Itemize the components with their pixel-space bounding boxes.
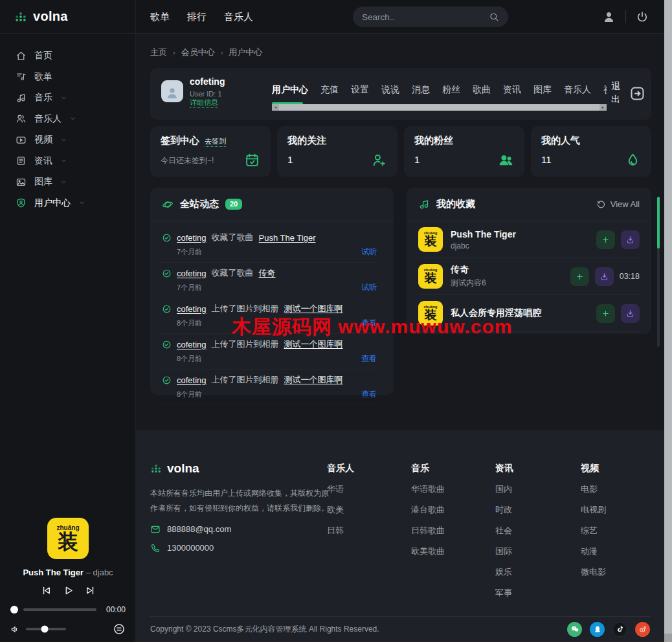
- tiktok-icon[interactable]: [612, 622, 627, 637]
- download-button[interactable]: [621, 304, 640, 323]
- sidebar-item[interactable]: 视频: [16, 129, 135, 151]
- activity-preview-link[interactable]: 试听: [361, 282, 377, 293]
- album-art[interactable]: zhuāng 装: [418, 264, 443, 289]
- add-to-playlist-button[interactable]: [596, 304, 615, 323]
- footer-link[interactable]: 军事: [495, 587, 513, 599]
- activity-user-link[interactable]: cofeting: [177, 340, 207, 349]
- activity-preview-link[interactable]: 查看: [361, 353, 377, 364]
- footer-link[interactable]: 欧美歌曲: [411, 546, 445, 557]
- nav-link[interactable]: 歌单: [150, 11, 170, 23]
- footer-link[interactable]: 综艺: [581, 525, 606, 537]
- qq-icon[interactable]: [590, 622, 605, 637]
- progress-track[interactable]: [23, 608, 96, 611]
- weibo-icon[interactable]: [635, 622, 650, 637]
- logout-label[interactable]: 退出: [611, 80, 621, 105]
- profile-tab[interactable]: 消息: [412, 84, 430, 96]
- footer-link[interactable]: 日韩: [327, 525, 354, 537]
- profile-tab[interactable]: 图库: [533, 84, 552, 96]
- tabs-scrollbar[interactable]: ◂ ▸: [272, 104, 607, 111]
- activity-target-link[interactable]: 测试一个图库啊: [284, 374, 343, 386]
- account-icon[interactable]: [602, 10, 616, 24]
- logout-icon[interactable]: [629, 85, 646, 102]
- footer-link[interactable]: 国内: [495, 483, 513, 495]
- profile-tab[interactable]: 设置: [351, 84, 369, 96]
- activity-time: 8个月前: [177, 354, 202, 364]
- album-art[interactable]: zhuāng 装: [418, 227, 443, 252]
- profile-tab[interactable]: 资讯: [503, 84, 521, 96]
- scroll-left-arrow[interactable]: ◂: [272, 104, 279, 111]
- sidebar-item[interactable]: 首页: [16, 45, 135, 67]
- profile-tab[interactable]: 视频: [603, 84, 607, 96]
- volume-slider[interactable]: [26, 628, 66, 630]
- add-to-playlist-button[interactable]: [570, 267, 589, 286]
- profile-tab[interactable]: 说说: [381, 84, 399, 96]
- previous-track-button[interactable]: [40, 584, 52, 597]
- playlist-toggle-button[interactable]: [113, 623, 126, 636]
- sidebar-item[interactable]: 歌单: [16, 67, 135, 88]
- activity-user-link[interactable]: cofeting: [177, 304, 207, 314]
- feed-scrollbar-thumb[interactable]: [657, 197, 660, 249]
- download-button[interactable]: [595, 267, 614, 286]
- breadcrumb-home[interactable]: 主页: [150, 47, 167, 58]
- profile-tab[interactable]: 音乐人: [564, 84, 591, 96]
- volume-icon[interactable]: [10, 624, 21, 635]
- scroll-right-arrow[interactable]: ▸: [599, 104, 607, 111]
- sidebar-item-label: 歌单: [34, 71, 52, 83]
- download-icon: [625, 235, 635, 245]
- footer-link[interactable]: 电视剧: [581, 504, 606, 516]
- page-scrollbar[interactable]: [664, 0, 672, 642]
- footer-brand[interactable]: volna: [150, 461, 330, 476]
- next-track-button[interactable]: [84, 584, 96, 597]
- play-button[interactable]: [62, 584, 74, 597]
- footer-link[interactable]: 社会: [495, 525, 513, 537]
- footer-link[interactable]: 日韩歌曲: [411, 525, 445, 537]
- activity-target-link[interactable]: 传奇: [259, 267, 276, 279]
- profile-tab[interactable]: 粉丝: [442, 84, 460, 96]
- footer-link[interactable]: 时政: [495, 504, 513, 516]
- nav-link[interactable]: 排行: [187, 11, 207, 23]
- song-title[interactable]: Push The Tiger: [451, 229, 588, 239]
- footer-link[interactable]: 港台歌曲: [411, 504, 445, 516]
- activity-preview-link[interactable]: 查看: [361, 389, 377, 400]
- brand-logo[interactable]: volna: [0, 0, 135, 34]
- footer-link[interactable]: 欧美: [327, 504, 354, 516]
- footer-link[interactable]: 电影: [581, 483, 606, 495]
- footer-link[interactable]: 娱乐: [495, 566, 513, 578]
- add-to-playlist-button[interactable]: [596, 230, 615, 249]
- activity-target-link[interactable]: 测试一个图库啊: [284, 303, 343, 315]
- profile-tab[interactable]: 歌曲: [473, 84, 491, 96]
- volume-knob[interactable]: [41, 626, 48, 633]
- nav-link[interactable]: 音乐人: [224, 11, 253, 23]
- stat-link[interactable]: 去签到: [205, 137, 226, 147]
- activity-user-link[interactable]: cofeting: [177, 269, 207, 278]
- activity-action-text: 上传了图片到相册: [212, 303, 279, 315]
- sidebar-item[interactable]: 用户中心: [16, 193, 135, 214]
- activity-target-link[interactable]: Push The Tiger: [259, 233, 316, 243]
- search-input[interactable]: [362, 12, 489, 22]
- wechat-icon[interactable]: [567, 622, 582, 637]
- sidebar-item[interactable]: 图库: [16, 172, 135, 193]
- footer-link[interactable]: 华语歌曲: [411, 483, 445, 495]
- song-title[interactable]: 传奇: [451, 264, 563, 276]
- profile-tab[interactable]: 充值: [320, 84, 339, 96]
- breadcrumb-member-center[interactable]: 会员中心: [181, 47, 215, 58]
- footer-link[interactable]: 国际: [495, 546, 513, 557]
- download-button[interactable]: [621, 230, 640, 249]
- activity-preview-link[interactable]: 试听: [361, 247, 377, 258]
- footer-link[interactable]: 华语: [327, 483, 354, 495]
- footer-link[interactable]: 动漫: [581, 546, 606, 557]
- activity-user-link[interactable]: cofeting: [177, 233, 207, 243]
- power-icon[interactable]: [636, 10, 649, 23]
- view-all-button[interactable]: View All: [596, 199, 640, 209]
- activity-user-link[interactable]: cofeting: [177, 375, 207, 385]
- sidebar-item[interactable]: 资讯: [16, 151, 135, 172]
- sidebar-item[interactable]: 音乐: [16, 87, 135, 109]
- profile-tab[interactable]: 用户中心: [272, 84, 308, 96]
- detail-info-link[interactable]: 详细信息: [190, 98, 218, 108]
- sidebar-item[interactable]: 音乐人: [16, 109, 135, 130]
- footer-link[interactable]: 微电影: [581, 566, 606, 578]
- album-char: 装: [425, 272, 437, 285]
- progress-knob[interactable]: [10, 606, 18, 614]
- search-icon[interactable]: [489, 12, 499, 22]
- avatar[interactable]: [161, 80, 183, 102]
